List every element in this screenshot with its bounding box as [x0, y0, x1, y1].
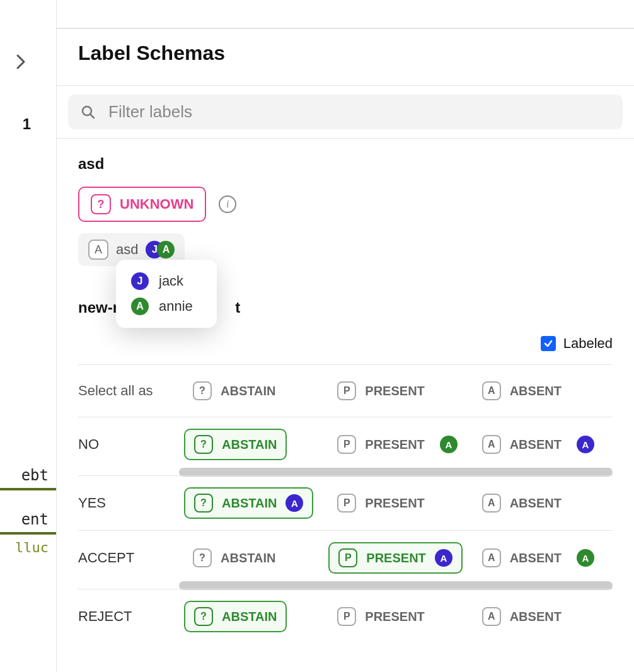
question-icon: ? — [91, 194, 111, 214]
present-label: PRESENT — [365, 610, 424, 624]
present-label: PRESENT — [366, 551, 425, 565]
clipped-sub: lluc — [0, 540, 56, 555]
avatar: A — [157, 241, 175, 258]
select-all-row: Select all as ? ABSTAIN P PRESENT — [78, 364, 613, 417]
user-popover: JjackAannie — [116, 260, 217, 328]
present-glyph-icon: P — [337, 607, 356, 626]
label-row: YES?ABSTAINAPPRESENTAABSENT — [78, 475, 613, 530]
absent-label: ABSENT — [510, 496, 562, 511]
present-glyph-icon: P — [337, 435, 356, 454]
row-label: REJECT — [78, 608, 179, 625]
unknown-pill[interactable]: ? UNKNOWN — [78, 187, 206, 222]
vote-badge: A — [285, 494, 303, 512]
option-cell-absent: AABSENTA — [473, 543, 613, 572]
chevron-right-icon[interactable] — [15, 53, 26, 71]
vote-badge: A — [577, 549, 594, 567]
option-cell-absent: AABSENT — [473, 489, 613, 518]
popover-user-name: jack — [159, 273, 183, 289]
info-icon[interactable]: i — [219, 195, 236, 213]
unknown-label: UNKNOWN — [120, 196, 193, 212]
absent-label: ABSENT — [510, 610, 562, 624]
absent-glyph-icon: A — [482, 548, 501, 567]
vote-badge: A — [435, 549, 452, 567]
select-all-absent[interactable]: A ABSENT — [473, 376, 570, 405]
question-icon: ? — [193, 381, 212, 400]
absent-pill[interactable]: AABSENT — [473, 602, 570, 631]
p-glyph-icon: P — [337, 381, 356, 400]
absent-label: ABSENT — [510, 437, 562, 452]
popover-user-name: annie — [159, 298, 193, 315]
abstain-label: ABSTAIN — [221, 551, 275, 565]
vote-badge: A — [577, 436, 594, 453]
popover-user-row[interactable]: Aannie — [131, 294, 202, 319]
absent-pill[interactable]: AABSENT — [473, 489, 570, 518]
filter-input-wrapper[interactable] — [68, 95, 623, 129]
avatar: A — [131, 298, 149, 315]
count-value: 1 — [23, 115, 31, 133]
select-all-present[interactable]: P PRESENT — [328, 376, 433, 405]
abstain-pill[interactable]: ?ABSTAIN — [184, 429, 287, 460]
option-cell-abstain: ?ABSTAINA — [184, 487, 323, 519]
row-label: YES — [78, 495, 179, 511]
a-glyph-icon: A — [482, 381, 501, 400]
row-label: ACCEPT — [78, 550, 179, 566]
abstain-glyph-icon: ? — [194, 607, 213, 626]
abstain-pill[interactable]: ?ABSTAINA — [184, 487, 313, 519]
label-row: ACCEPT?ABSTAINPPRESENTAAABSENTA — [78, 530, 613, 589]
option-cell-present: PPRESENT — [328, 602, 468, 631]
present-pill[interactable]: PPRESENT — [328, 489, 433, 518]
abstain-pill[interactable]: ?ABSTAIN — [184, 543, 284, 572]
label-row: NO?ABSTAINPPRESENTAAABSENTA — [78, 417, 613, 475]
option-cell-abstain: ?ABSTAIN — [184, 543, 323, 572]
present-glyph-icon: P — [338, 548, 357, 567]
avatar: J — [131, 272, 149, 290]
labeled-text: Labeled — [563, 335, 613, 352]
page-title: Label Schemas — [57, 28, 634, 86]
absent-pill[interactable]: AABSENT — [473, 430, 570, 459]
present-label: PRESENT — [365, 437, 424, 452]
option-cell-present: PPRESENTA — [328, 430, 468, 459]
option-cell-present: PPRESENTA — [328, 542, 468, 574]
abstain-glyph-icon: ? — [193, 548, 212, 567]
present-glyph-icon: P — [337, 494, 356, 513]
filter-input[interactable] — [108, 102, 610, 122]
sidebar-collapsed: 1 ebtentlluc — [0, 0, 57, 672]
absent-glyph-icon: A — [482, 607, 501, 626]
a-glyph-icon: A — [88, 240, 108, 260]
option-cell-abstain: ?ABSTAIN — [184, 601, 323, 632]
option-cell-present: PPRESENT — [328, 489, 468, 518]
option-cell-absent: AABSENT — [473, 602, 613, 631]
clipped-item: ebt — [0, 466, 56, 490]
clipped-items: ebtentlluc — [0, 466, 56, 555]
present-pill[interactable]: PPRESENT — [328, 602, 433, 631]
absent-glyph-icon: A — [482, 435, 501, 454]
absent-glyph-icon: A — [482, 494, 501, 513]
avatar-stack: JA — [146, 241, 175, 258]
row-label: NO — [78, 436, 179, 453]
option-cell-abstain: ?ABSTAIN — [184, 429, 323, 460]
select-all-abstain[interactable]: ? ABSTAIN — [184, 376, 284, 405]
label-row: REJECT?ABSTAINPPRESENTAABSENT — [78, 589, 613, 644]
present-label: PRESENT — [365, 496, 424, 511]
schema-name-right: t — [235, 299, 240, 316]
abstain-pill[interactable]: ?ABSTAIN — [184, 601, 287, 632]
abstain-glyph-icon: ? — [194, 435, 213, 454]
labeled-checkbox[interactable] — [541, 336, 556, 351]
svg-line-1 — [91, 114, 95, 118]
present-pill[interactable]: PPRESENTA — [328, 542, 462, 574]
present-pill[interactable]: PPRESENT — [328, 430, 433, 459]
clipped-item: ent — [0, 511, 56, 535]
abstain-label: ABSTAIN — [222, 496, 277, 511]
schema-name-left: new-n — [78, 299, 122, 316]
abstain-label: ABSTAIN — [222, 437, 277, 452]
sidebar-count: 1 — [0, 115, 56, 133]
popover-user-row[interactable]: Jjack — [131, 269, 202, 294]
schema-new: new-n t Labeled Select all as ? ABST — [68, 299, 623, 659]
schema-name: asd — [78, 155, 613, 173]
abstain-label: ABSTAIN — [222, 610, 277, 624]
search-icon — [81, 105, 96, 120]
absent-pill[interactable]: AABSENT — [473, 543, 570, 572]
abstain-glyph-icon: ? — [194, 494, 213, 513]
sub-label-text: asd — [116, 241, 138, 258]
option-cell-absent: AABSENTA — [473, 430, 613, 459]
